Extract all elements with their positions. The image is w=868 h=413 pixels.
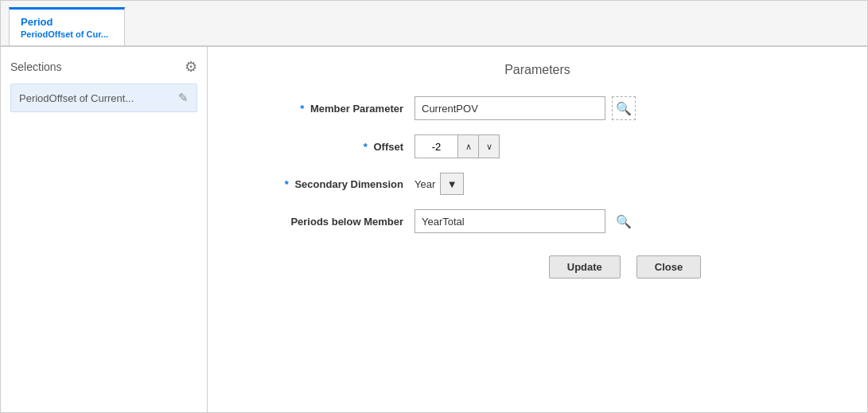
period-tab[interactable]: Period PeriodOffset of Cur...	[9, 7, 125, 45]
required-star-dim: *	[285, 178, 289, 190]
left-panel: Selections ⚙ PeriodOffset of Current... …	[1, 47, 208, 412]
member-parameter-label-text: Member Parameter	[310, 103, 403, 115]
selections-label: Selections	[10, 60, 62, 73]
periods-below-input[interactable]	[415, 209, 605, 233]
periods-below-row: Periods below Member 🔍	[239, 209, 835, 233]
search-icon-member: 🔍	[616, 101, 632, 116]
offset-row: * Offset ∧ ∨	[239, 134, 835, 158]
secondary-dimension-value: Year	[415, 178, 435, 190]
tab-bar: Period PeriodOffset of Cur...	[1, 1, 867, 47]
offset-label: * Offset	[239, 141, 415, 153]
search-icon-periods: 🔍	[616, 214, 632, 229]
secondary-dimension-row: * Secondary Dimension Year ▼	[239, 173, 835, 195]
edit-icon[interactable]: ✎	[178, 91, 189, 105]
dropdown-arrow-icon: ▼	[447, 178, 457, 190]
secondary-dimension-dropdown[interactable]: ▼	[440, 173, 464, 195]
tab-title: Period	[21, 16, 108, 28]
required-star-offset: *	[364, 141, 368, 153]
selections-header: Selections ⚙	[10, 58, 197, 76]
member-parameter-label: * Member Parameter	[239, 103, 415, 115]
member-search-button[interactable]: 🔍	[612, 96, 636, 120]
close-button[interactable]: Close	[636, 255, 701, 279]
required-star-member: *	[300, 103, 304, 115]
down-arrow-icon: ∨	[486, 142, 492, 152]
selection-item[interactable]: PeriodOffset of Current... ✎	[10, 84, 197, 112]
right-panel: Parameters * Member Parameter 🔍 * Offset	[208, 47, 867, 412]
secondary-dimension-label: * Secondary Dimension	[239, 178, 415, 190]
offset-label-text: Offset	[373, 141, 403, 153]
tab-subtitle: PeriodOffset of Cur...	[21, 29, 108, 39]
periods-below-label: Periods below Member	[239, 216, 415, 228]
periods-below-label-text: Periods below Member	[290, 216, 403, 228]
main-content: Selections ⚙ PeriodOffset of Current... …	[1, 47, 867, 412]
periods-search-button[interactable]: 🔍	[612, 209, 636, 233]
member-parameter-row: * Member Parameter 🔍	[239, 96, 835, 120]
secondary-dimension-group: Year ▼	[415, 173, 464, 195]
up-arrow-icon: ∧	[465, 142, 472, 152]
offset-group: ∧ ∨	[415, 134, 500, 158]
update-button[interactable]: Update	[549, 255, 621, 279]
gear-icon[interactable]: ⚙	[185, 58, 197, 76]
member-parameter-input[interactable]	[415, 96, 605, 120]
button-row: Update Close	[415, 255, 835, 279]
selection-item-label: PeriodOffset of Current...	[19, 92, 134, 104]
panel-title: Parameters	[239, 63, 835, 77]
offset-down-button[interactable]: ∨	[479, 134, 500, 158]
offset-up-button[interactable]: ∧	[458, 134, 479, 158]
main-container: Period PeriodOffset of Cur... Selections…	[0, 0, 868, 413]
secondary-dimension-label-text: Secondary Dimension	[294, 178, 403, 190]
offset-input[interactable]	[415, 134, 458, 158]
